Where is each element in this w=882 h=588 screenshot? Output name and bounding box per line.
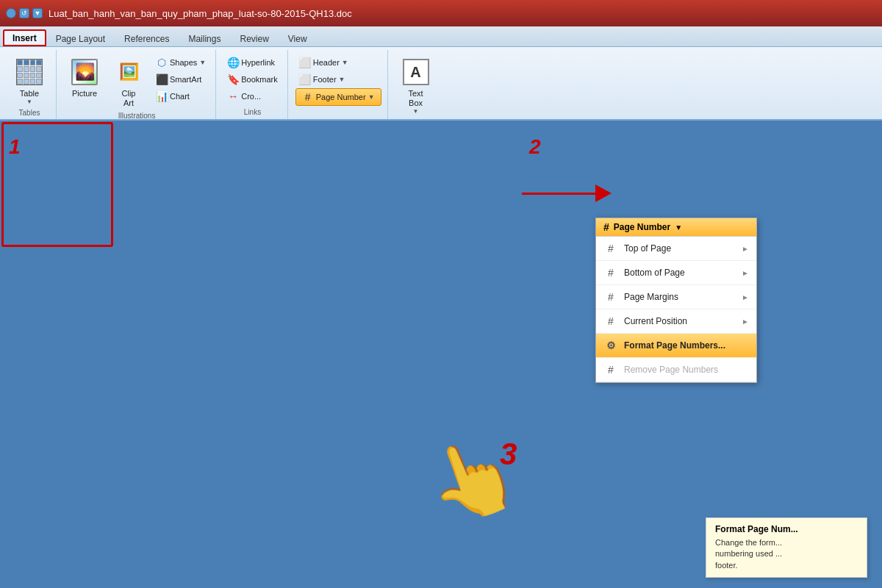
hf-items: ⬜ Header ▼ ⬜ Footer ▼ # Page Number ▼ (295, 50, 381, 116)
menu-pagenumber-icon: # (603, 221, 609, 233)
footer-button[interactable]: ⬜ Footer ▼ (295, 71, 381, 87)
tab-pagelayout[interactable]: Page Layout (46, 30, 115, 46)
smartart-button[interactable]: ⬛ SmartArt (152, 71, 209, 87)
textbox-label: TextBox (408, 89, 423, 108)
clipart-button[interactable]: 🖼️ ClipArt (108, 53, 149, 112)
links-col: 🌐 Hyperlink 🔖 Bookmark ↔ Cro... (223, 53, 282, 104)
tc3 (30, 60, 36, 65)
step3-badge: 3 (500, 437, 517, 472)
step2-badge: 2 (529, 135, 541, 159)
tc11 (30, 73, 36, 79)
tc10 (24, 73, 29, 79)
header-icon: ⬜ (299, 57, 311, 68)
shapes-button[interactable]: ⬡ Shapes ▼ (152, 54, 209, 71)
menu-item-current-position[interactable]: # Current Position ► (596, 309, 756, 334)
textbox-icon-area: A (401, 57, 431, 87)
text-group: A TextBox ▼ (390, 50, 442, 119)
tc14 (24, 79, 29, 85)
footer-label: Footer (313, 75, 337, 84)
textbox-button[interactable]: A TextBox ▼ (395, 53, 437, 118)
ribbon: Table ▼ Tables Picture 🖼️ Cl (0, 47, 882, 121)
hyperlink-icon: 🌐 (227, 57, 239, 68)
shapes-label: Shapes (170, 58, 197, 67)
textbox-arrow: ▼ (413, 108, 419, 115)
shapes-arrow: ▼ (199, 59, 206, 66)
document-title: Luat_ban_hanh_van_ban_quy_pham_phap_luat… (49, 8, 352, 19)
tab-insert[interactable]: Insert (3, 29, 46, 46)
tooltip-text: Change the form...numbering used ...foot… (715, 537, 858, 571)
text-items: A TextBox ▼ (395, 50, 437, 118)
bottom-of-page-icon: # (603, 265, 618, 280)
clipart-icon-area: 🖼️ (113, 57, 144, 87)
crossref-button[interactable]: ↔ Cro... (223, 88, 282, 104)
menu-item-top-of-page[interactable]: # Top of Page ► (596, 237, 756, 261)
illustrations-col: ⬡ Shapes ▼ ⬛ SmartArt 📊 Chart (152, 53, 209, 104)
picture-button[interactable]: Picture (64, 53, 105, 102)
tc9 (17, 73, 23, 79)
remove-page-numbers-label: Remove Page Numbers (624, 365, 718, 375)
pagenumber-button[interactable]: # Page Number ▼ (295, 88, 381, 106)
window-controls: ↺ ▼ (6, 8, 43, 18)
crossref-label: Cro... (241, 92, 261, 101)
footer-icon: ⬜ (299, 74, 311, 85)
table-label: Table (20, 89, 39, 98)
picture-label: Picture (72, 89, 97, 98)
tab-references[interactable]: References (115, 30, 179, 46)
tc2 (24, 60, 29, 65)
tc16 (36, 79, 42, 85)
refresh-btn[interactable]: ↺ (19, 8, 29, 18)
ribbon-tabs: Insert Page Layout References Mailings R… (0, 26, 882, 47)
clipart-icon: 🖼️ (118, 61, 140, 83)
footer-arrow: ▼ (339, 76, 345, 83)
pagenumber-arrow: ▼ (368, 93, 375, 101)
current-position-label: Current Position (624, 316, 687, 326)
arrow-head (595, 184, 612, 202)
illustrations-group: Picture 🖼️ ClipArt ⬡ Shapes ▼ ⬛ (58, 50, 216, 119)
bookmark-button[interactable]: 🔖 Bookmark (223, 71, 282, 87)
links-items: 🌐 Hyperlink 🔖 Bookmark ↔ Cro... (223, 50, 282, 108)
tc15 (30, 79, 36, 85)
table-button[interactable]: Table ▼ (9, 53, 50, 109)
pagenumber-label: Page Number (316, 93, 366, 101)
tc13 (17, 79, 23, 85)
menu-item-format-page-numbers[interactable]: ⚙ Format Page Numbers... (596, 334, 756, 358)
arrow-annotation (522, 184, 612, 202)
tab-review[interactable]: Review (230, 30, 278, 46)
tc8 (36, 66, 42, 72)
tc4 (36, 60, 42, 65)
table-icon (16, 59, 43, 85)
top-of-page-label: Top of Page (624, 243, 671, 254)
back-btn[interactable] (6, 8, 16, 18)
tc6 (24, 66, 29, 72)
remove-page-numbers-icon: # (603, 362, 618, 377)
tooltip-title: Format Page Num... (715, 524, 858, 534)
illustrations-items: Picture 🖼️ ClipArt ⬡ Shapes ▼ ⬛ (64, 50, 209, 112)
table-icon-area (14, 57, 45, 87)
bottom-of-page-label: Bottom of Page (624, 268, 685, 278)
menu-title-arrow: ▼ (675, 223, 682, 232)
page-number-dropdown[interactable]: # Page Number ▼ # Top of Page ► # Bottom… (595, 218, 757, 383)
bottom-of-page-arrow: ► (742, 269, 749, 277)
picture-icon-area (69, 57, 100, 87)
tab-mailings[interactable]: Mailings (179, 30, 230, 46)
title-bar: ↺ ▼ Luat_ban_hanh_van_ban_quy_pham_phap_… (0, 0, 882, 26)
picture-icon (71, 59, 98, 85)
header-button[interactable]: ⬜ Header ▼ (295, 54, 381, 71)
tc1 (17, 60, 23, 65)
current-position-icon: # (603, 314, 618, 329)
menu-item-page-margins[interactable]: # Page Margins ► (596, 285, 756, 309)
menu-item-remove-page-numbers: # Remove Page Numbers (596, 358, 756, 382)
pagenumber-icon: # (302, 91, 314, 103)
header-arrow: ▼ (342, 59, 348, 66)
format-page-numbers-label: Format Page Numbers... (624, 340, 725, 351)
dropdown-btn[interactable]: ▼ (32, 8, 43, 18)
hyperlink-button[interactable]: 🌐 Hyperlink (223, 54, 282, 71)
step1-badge: 1 (9, 135, 21, 159)
tab-view[interactable]: View (279, 30, 317, 46)
table-dropdown-arrow: ▼ (26, 98, 32, 105)
chart-button[interactable]: 📊 Chart (152, 88, 209, 104)
page-margins-icon: # (603, 290, 618, 304)
menu-item-bottom-of-page[interactable]: # Bottom of Page ► (596, 261, 756, 285)
shapes-icon: ⬡ (156, 57, 168, 68)
tc5 (17, 66, 23, 72)
